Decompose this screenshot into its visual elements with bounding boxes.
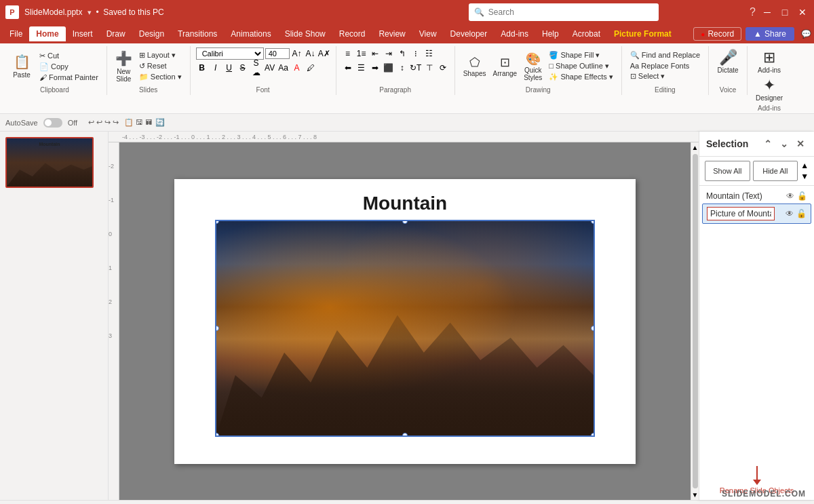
rtl-button[interactable]: ↰ bbox=[396, 47, 408, 60]
text-align-button[interactable]: ⊤ bbox=[423, 62, 435, 74]
font-color-button[interactable]: A bbox=[291, 62, 303, 74]
menu-file[interactable]: File bbox=[3, 26, 29, 41]
panel-expand-button[interactable]: ⌃ bbox=[761, 137, 775, 151]
change-case-button[interactable]: Aa bbox=[277, 62, 290, 74]
replace-fonts-button[interactable]: Aa Replace Fonts bbox=[627, 61, 703, 71]
autosave-toggle[interactable] bbox=[43, 118, 62, 128]
decrease-font-button[interactable]: A↓ bbox=[305, 47, 317, 60]
line-spacing-button[interactable]: ↕ bbox=[396, 62, 408, 74]
restore-button[interactable]: □ bbox=[779, 6, 791, 18]
numbering-button[interactable]: 1≡ bbox=[355, 47, 368, 60]
panel-collapse-button[interactable]: ⌄ bbox=[777, 137, 791, 151]
increase-indent-button[interactable]: ⇥ bbox=[383, 47, 395, 60]
menu-acrobat[interactable]: Acrobat bbox=[566, 26, 607, 41]
bullets-button[interactable]: ≡ bbox=[342, 47, 354, 60]
menu-animations[interactable]: Animations bbox=[224, 26, 277, 41]
decrease-indent-button[interactable]: ⇤ bbox=[369, 47, 381, 60]
text-direction-button[interactable]: ↻T bbox=[410, 62, 422, 74]
reorder-down-button[interactable]: ▼ bbox=[800, 172, 809, 181]
quick-styles-button[interactable]: 🎨 Quick Styles bbox=[521, 50, 545, 83]
list-item[interactable]: Mountain (Text) 👁 🔓 bbox=[702, 189, 811, 203]
highlight-button[interactable]: 🖊 bbox=[305, 62, 317, 74]
layout-button[interactable]: ⊞ Layout ▾ bbox=[136, 50, 185, 60]
section-button[interactable]: 📁 Section ▾ bbox=[136, 72, 185, 82]
char-spacing-button[interactable]: AV bbox=[264, 62, 276, 74]
minimize-button[interactable]: ─ bbox=[761, 6, 773, 18]
record-button[interactable]: ● Record bbox=[693, 27, 741, 41]
search-input[interactable] bbox=[488, 7, 653, 17]
slide-image[interactable] bbox=[215, 220, 595, 437]
slide-thumbnail[interactable]: Mountain bbox=[5, 137, 94, 188]
menu-slideshow[interactable]: Slide Show bbox=[278, 26, 332, 41]
menu-draw[interactable]: Draw bbox=[100, 26, 132, 41]
clear-format-button[interactable]: A✗ bbox=[318, 47, 330, 60]
item-rename-input[interactable] bbox=[707, 207, 775, 220]
shape-outline-button[interactable]: □ Shape Outline ▾ bbox=[546, 61, 615, 71]
format-painter-button[interactable]: 🖌 Format Painter bbox=[37, 73, 101, 82]
search-box[interactable]: 🔍 bbox=[469, 3, 659, 21]
menu-picture-format[interactable]: Picture Format bbox=[607, 26, 678, 41]
close-button[interactable]: ✕ bbox=[796, 6, 809, 18]
menu-transitions[interactable]: Transitions bbox=[171, 26, 224, 41]
menu-record[interactable]: Record bbox=[332, 26, 372, 41]
visibility-icon-2[interactable]: 👁 bbox=[786, 209, 794, 218]
underline-button[interactable]: U bbox=[223, 62, 235, 74]
visibility-icon[interactable]: 👁 bbox=[786, 191, 794, 201]
smartart-button[interactable]: ☷ bbox=[423, 47, 435, 60]
justify-button[interactable]: ⬛ bbox=[383, 62, 395, 74]
slide-canvas[interactable]: Mountain bbox=[174, 179, 636, 464]
menu-addins[interactable]: Add-ins bbox=[494, 26, 535, 41]
menu-review[interactable]: Review bbox=[372, 26, 412, 41]
scroll-up-button[interactable]: ▲ bbox=[691, 142, 699, 153]
align-center-button[interactable]: ☰ bbox=[355, 62, 368, 74]
menu-insert[interactable]: Insert bbox=[66, 26, 100, 41]
handle-top-center[interactable] bbox=[402, 220, 408, 224]
arrange-button[interactable]: ⊡ Arrange bbox=[490, 54, 520, 79]
new-slide-button[interactable]: ➕ New Slide bbox=[113, 49, 135, 84]
menu-home[interactable]: Home bbox=[29, 26, 65, 41]
vertical-scrollbar[interactable]: ▲ ▼ bbox=[691, 142, 699, 500]
text-shadow-button[interactable]: S☁ bbox=[250, 62, 263, 74]
select-button[interactable]: ⊡ Select ▾ bbox=[627, 71, 703, 81]
dictate-button[interactable]: 🎤 Dictate bbox=[714, 47, 741, 75]
handle-top-right[interactable] bbox=[591, 220, 595, 224]
designer-button[interactable]: ✦ Designer bbox=[753, 75, 786, 103]
handle-middle-right[interactable] bbox=[591, 326, 595, 331]
show-all-button[interactable]: Show All bbox=[705, 161, 750, 181]
reorder-up-button[interactable]: ▲ bbox=[800, 161, 809, 170]
menu-developer[interactable]: Developer bbox=[444, 26, 495, 41]
strikethrough-button[interactable]: S bbox=[237, 62, 249, 74]
comment-icon[interactable]: 💬 bbox=[801, 29, 811, 39]
increase-font-button[interactable]: A↑ bbox=[291, 47, 303, 60]
lock-icon[interactable]: 🔓 bbox=[797, 191, 807, 201]
handle-bottom-center[interactable] bbox=[402, 433, 408, 437]
handle-bottom-right[interactable] bbox=[591, 433, 595, 437]
menu-design[interactable]: Design bbox=[132, 26, 171, 41]
menu-view[interactable]: View bbox=[412, 26, 444, 41]
share-button[interactable]: ▲ Share bbox=[745, 27, 794, 41]
italic-button[interactable]: I bbox=[210, 62, 222, 74]
reset-button[interactable]: ↺ Reset bbox=[136, 61, 185, 71]
font-size-input[interactable] bbox=[265, 48, 290, 59]
menu-help[interactable]: Help bbox=[535, 26, 566, 41]
columns-button[interactable]: ⫶ bbox=[410, 47, 422, 60]
align-left-button[interactable]: ⬅ bbox=[342, 62, 354, 74]
copy-button[interactable]: 📄 Copy bbox=[37, 62, 101, 72]
find-replace-button[interactable]: 🔍 Find and Replace bbox=[627, 50, 703, 60]
panel-close-button[interactable]: ✕ bbox=[794, 137, 807, 151]
align-right-button[interactable]: ➡ bbox=[369, 62, 381, 74]
paste-button[interactable]: 📋 Paste bbox=[8, 52, 35, 80]
scroll-thumb[interactable] bbox=[693, 154, 698, 488]
handle-middle-left[interactable] bbox=[215, 326, 219, 331]
scroll-down-button[interactable]: ▼ bbox=[691, 490, 699, 500]
shapes-button[interactable]: ⬠ Shapes bbox=[461, 54, 489, 79]
shape-fill-button[interactable]: 🪣 Shape Fill ▾ bbox=[546, 50, 615, 60]
lock-icon-2[interactable]: 🔓 bbox=[796, 209, 807, 218]
bold-button[interactable]: B bbox=[196, 62, 208, 74]
list-item[interactable]: 👁 🔓 bbox=[702, 203, 811, 224]
hide-all-button[interactable]: Hide All bbox=[753, 161, 798, 181]
cut-button[interactable]: ✂ Cut bbox=[37, 51, 101, 61]
slide-title[interactable]: Mountain bbox=[174, 193, 636, 214]
shape-effects-button[interactable]: ✨ Shape Effects ▾ bbox=[546, 72, 615, 82]
addins-button[interactable]: ⊞ Add-ins bbox=[755, 47, 783, 75]
